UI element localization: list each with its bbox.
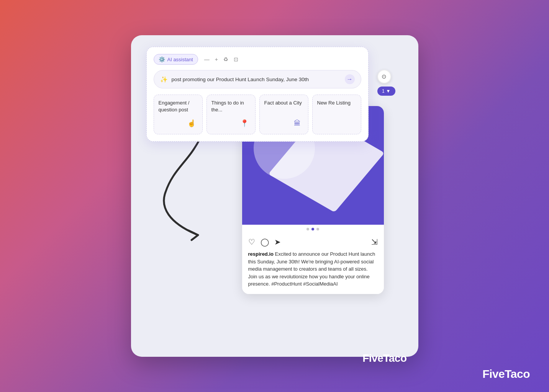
brand-name: FiveTaco: [362, 352, 406, 364]
add-icon[interactable]: +: [215, 56, 218, 62]
ai-assistant-panel: ⚙️ AI assistant — + ♻ ⊡ ✨ post promoting…: [146, 47, 369, 142]
carousel-dot-3[interactable]: [316, 228, 319, 230]
ai-panel-header: ⚙️ AI assistant — + ♻ ⊡: [154, 54, 361, 65]
suggestion-card-engagement[interactable]: Engagement / question post ☝: [154, 95, 203, 134]
ai-badge[interactable]: ⚙️ AI assistant: [154, 54, 198, 65]
refresh-icon[interactable]: ♻: [223, 56, 228, 62]
ai-badge-label: AI assistant: [167, 57, 193, 62]
comment-icon[interactable]: ◯: [261, 237, 269, 247]
search-submit-button[interactable]: →: [345, 74, 355, 84]
suggestion-card-text: New Re Listing: [317, 100, 356, 106]
suggestion-card-things[interactable]: Things to do in the... 📍: [206, 95, 256, 134]
right-controls: ⊙ 1 ▼: [377, 70, 395, 96]
suggestion-card-text: Engagement / question post: [159, 100, 198, 113]
export-icon[interactable]: ⊡: [234, 56, 238, 62]
carousel-dot-1[interactable]: [306, 228, 309, 230]
search-bar[interactable]: ✨ post promoting our Product Hunt Launch…: [154, 70, 361, 88]
suggestion-card-text: Things to do in the...: [211, 100, 251, 113]
instagram-caption: respired.io Excited to announce our Prod…: [242, 250, 384, 294]
carousel-dot-2[interactable]: [311, 228, 314, 230]
instagram-carousel-dots: [242, 225, 384, 234]
inner-content: ⚙️ AI assistant — + ♻ ⊡ ✨ post promoting…: [143, 47, 407, 345]
suggestion-card-listing[interactable]: New Re Listing: [312, 95, 361, 134]
search-text: post promoting our Product Hunt Launch S…: [172, 77, 345, 82]
suggestion-card-city[interactable]: Fact about a City 🏛: [259, 95, 308, 134]
like-comment-share-icons: ♡ ◯ ➤: [248, 237, 371, 247]
bookmark-icon[interactable]: ⇲: [371, 237, 378, 247]
outer-card: ⚙️ AI assistant — + ♻ ⊡ ✨ post promoting…: [131, 35, 418, 357]
city-icon: 🏛: [291, 117, 303, 129]
header-controls: — + ♻ ⊡: [204, 56, 238, 62]
share-icon[interactable]: ➤: [274, 237, 281, 247]
page-dropdown[interactable]: 1 ▼: [377, 87, 395, 96]
caption-text: respired.io Excited to announce our Prod…: [248, 250, 378, 288]
location-icon: 📍: [238, 117, 251, 129]
minimize-icon[interactable]: —: [204, 56, 210, 62]
suggestion-cards-container: Engagement / question post ☝ Things to d…: [154, 95, 361, 134]
instagram-icon-button[interactable]: ⊙: [377, 70, 391, 83]
chevron-down-icon: ▼: [386, 88, 391, 94]
fivetaco-brand: FiveTaco: [482, 368, 530, 381]
instagram-action-bar: ♡ ◯ ➤ ⇲: [242, 234, 384, 250]
suggestion-card-text: Fact about a City: [264, 100, 303, 106]
ai-badge-icon: ⚙️: [159, 56, 165, 62]
search-sparkle-icon: ✨: [160, 76, 168, 83]
listing-icon: [344, 117, 356, 129]
engagement-icon: ☝: [185, 117, 198, 129]
arrow-annotation: [150, 131, 227, 246]
like-icon[interactable]: ♡: [248, 237, 255, 247]
dropdown-value: 1: [382, 88, 385, 94]
caption-username: respired.io: [248, 251, 274, 257]
